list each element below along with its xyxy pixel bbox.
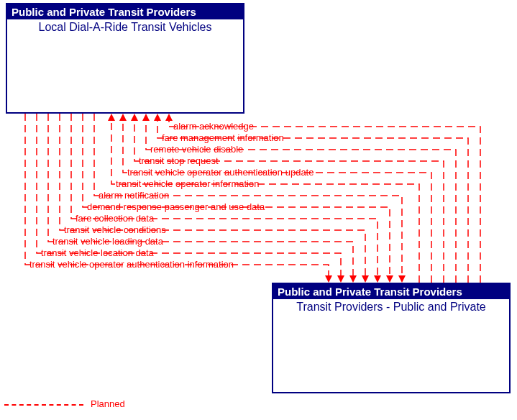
flow-label: transit vehicle location data [41, 247, 154, 258]
svg-marker-1 [154, 114, 161, 121]
svg-marker-12 [325, 275, 332, 283]
flow-label: transit vehicle loading data [52, 236, 163, 247]
svg-marker-4 [119, 114, 127, 121]
svg-marker-0 [165, 114, 173, 121]
flow-label: alarm notification [99, 190, 169, 201]
svg-marker-11 [337, 275, 344, 283]
svg-marker-3 [131, 114, 138, 121]
flow-label: transit vehicle conditions [64, 224, 166, 235]
box-vehicles-header: Public and Private Transit Providers [7, 4, 243, 19]
svg-marker-7 [386, 275, 393, 283]
flow-label: alarm acknowledge [173, 121, 254, 132]
legend-line-planned [4, 404, 83, 406]
box-providers: Public and Private Transit Providers Tra… [272, 283, 511, 393]
svg-marker-10 [349, 275, 357, 283]
svg-marker-5 [108, 114, 115, 121]
svg-marker-9 [362, 275, 369, 283]
flow-label: fare collection data [76, 213, 154, 224]
flow-label: transit stop request [139, 155, 219, 166]
box-providers-header: Public and Private Transit Providers [273, 284, 509, 299]
box-vehicles: Public and Private Transit Providers Loc… [6, 3, 244, 114]
flow-label: demand response passenger and use data [87, 201, 265, 212]
box-providers-title: Transit Providers - Public and Private [273, 299, 509, 315]
svg-marker-2 [142, 114, 150, 121]
flow-label: remote vehicle disable [150, 144, 243, 155]
svg-marker-6 [398, 275, 406, 283]
flow-label: transit vehicle operator authentication … [127, 167, 314, 178]
flow-label: transit vehicle operator authentication … [29, 259, 234, 270]
box-vehicles-title: Local Dial-A-Ride Transit Vehicles [7, 19, 243, 35]
flow-label: transit vehicle operator information [116, 178, 259, 189]
legend-label-planned: Planned [91, 398, 125, 409]
flow-label: fare management information [162, 132, 284, 143]
svg-marker-8 [374, 275, 381, 283]
